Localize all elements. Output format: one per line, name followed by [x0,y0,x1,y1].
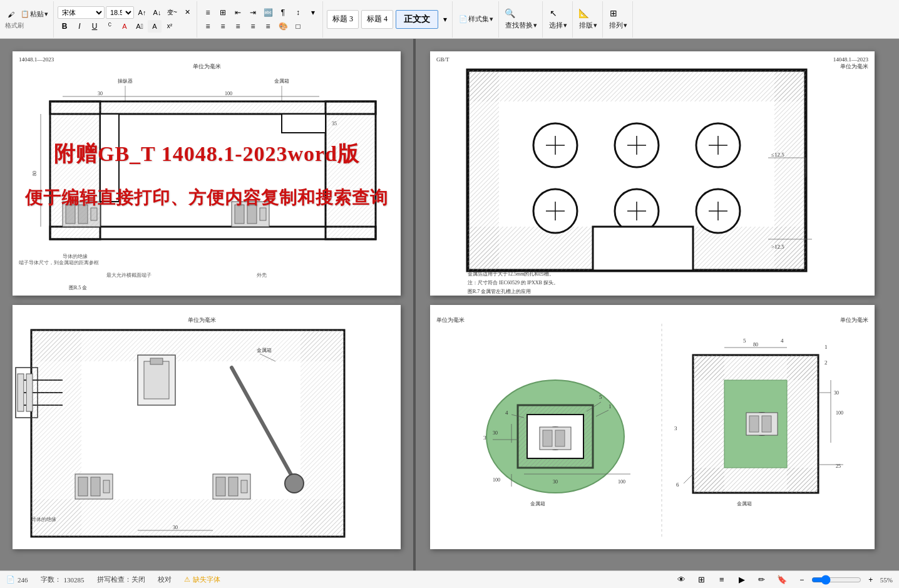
svg-text:80: 80 [753,342,758,348]
outline-view-icon[interactable]: ≡ [715,574,729,586]
svg-text:金属箱: 金属箱 [257,348,272,353]
find-replace-button[interactable]: 查找替换▾ [503,19,540,31]
svg-text:导体的绝缘: 导体的绝缘 [31,517,56,522]
svg-text:导体的绝缘: 导体的绝缘 [63,254,88,259]
svg-rect-60 [229,477,238,496]
pen-icon[interactable]: ✏ [755,574,769,586]
clear-format-button[interactable]: ✕ [180,6,194,19]
bookmark-icon[interactable]: 🔖 [775,574,789,586]
heading3-button[interactable]: 标题 3 [327,10,359,29]
superscript-button[interactable]: x² [163,20,177,33]
svg-rect-138 [762,416,771,432]
layout-button[interactable]: 排版▾ [577,19,600,31]
font-family-select[interactable]: 宋体 [58,6,105,19]
italic-button[interactable]: I [73,20,86,33]
font-color-button[interactable]: A [118,20,131,33]
font-size-decrease-button[interactable]: A↓ [150,6,164,19]
select-button[interactable]: 选择▾ [547,19,570,31]
svg-text:金属箱: 金属箱 [274,78,289,84]
word-count-label: 字数： [41,575,61,584]
svg-rect-59 [216,477,225,496]
align-left-button[interactable]: ≡ [201,20,215,33]
svg-rect-49 [150,358,163,364]
left-bottom-page: 单位为毫米 [13,305,401,549]
arrange-button[interactable]: 排列▾ [607,19,630,31]
svg-rect-71 [774,70,806,271]
svg-text:100: 100 [225,91,232,96]
zoom-out-button[interactable]: − [795,574,809,586]
char-shading-button[interactable]: A [148,20,162,33]
sort-button[interactable]: 🔤 [261,6,275,19]
svg-text:30: 30 [98,91,103,96]
missing-font-item[interactable]: ⚠ 缺失字体 [184,575,220,584]
paste-button[interactable]: 📋 粘贴▾ [18,8,51,20]
zoom-level: 55% [880,576,893,584]
svg-text:4: 4 [505,410,508,416]
border-button[interactable]: □ [291,20,305,33]
justify-button[interactable]: ≡ [246,20,260,33]
layout-view-icon[interactable]: ⊞ [695,574,709,586]
svg-text:操纵器: 操纵器 [118,78,133,84]
strikethrough-button[interactable]: ꟲ [103,20,116,33]
font-size-increase-button[interactable]: A↑ [135,6,149,19]
highlight-button[interactable]: A⃝ [133,20,146,33]
missing-font-label: 缺失字体 [193,575,220,584]
line-spacing-button[interactable]: ↕ [291,6,305,19]
paste-icon: 📋 [21,10,29,18]
document-area: 14048.1—2023 单位为毫米 操纵器 金属箱 30 100 [0,39,899,570]
arrange-icon[interactable]: ⊞ [607,7,620,19]
distributed-button[interactable]: ≡ [261,20,275,33]
read-view-icon[interactable]: 👁 [675,574,689,586]
svg-rect-23 [100,101,326,114]
svg-rect-133 [693,468,818,493]
style-set-button[interactable]: 📄 样式集▾ [456,13,496,25]
svg-text:35: 35 [332,121,337,126]
format-brush-button[interactable]: 🖌 [5,9,17,19]
align-center-button[interactable]: ≡ [216,20,230,33]
svg-text:30: 30 [173,525,178,530]
spell-check-label: 拼写检查：关闭 [97,575,145,584]
select-icon[interactable]: ↖ [547,7,560,19]
format-brush-label: 格式刷 [5,21,24,30]
search-icon-button[interactable]: 🔍 [503,7,516,19]
svg-text:80: 80 [32,171,38,176]
main-toolbar: 🖌 📋 粘贴▾ 格式刷 宋体 18.5 A↑ A↓ 变~ ✕ B I [0,0,899,39]
svg-rect-19 [260,208,266,220]
heading4-button[interactable]: 标题 4 [361,10,393,29]
svg-rect-46 [31,499,344,537]
indent-button[interactable]: ⇥ [246,6,260,19]
list-number-button[interactable]: ⊞ [216,6,230,19]
svg-text:100: 100 [493,477,500,483]
zoom-in-button[interactable]: + [864,574,878,586]
proofread-item[interactable]: 校对 [158,575,172,584]
right-page-column: GB/T 14048.1—2023 单位为毫米 [416,39,889,570]
svg-line-50 [232,368,294,480]
layout-icon[interactable]: 📐 [577,7,590,19]
shading-button[interactable]: 🎨 [276,20,290,33]
svg-line-148 [684,474,693,483]
show-marks-button[interactable]: ¶ [276,6,290,19]
svg-text:5: 5 [743,338,746,344]
svg-text:注：尺寸符合 IEC60529 的 IPXXB 探头。: 注：尺寸符合 IEC60529 的 IPXXB 探头。 [468,280,558,286]
change-case-button[interactable]: 变~ [165,6,179,19]
layout-group: 📐 排版▾ [574,1,603,38]
more-paragraph-button[interactable]: ▾ [306,6,320,19]
svg-text:图R.5  金: 图R.5 金 [69,285,87,291]
svg-text:25: 25 [836,463,841,469]
zoom-slider[interactable] [811,575,861,585]
styles-expand-button[interactable]: ▾ [441,13,450,26]
bold-button[interactable]: B [58,20,71,33]
underline-button[interactable]: U [88,20,101,33]
svg-rect-61 [241,480,247,493]
spell-check-item[interactable]: 拼写检查：关闭 [97,575,145,584]
outdent-button[interactable]: ⇤ [231,6,245,19]
play-icon[interactable]: ▶ [735,574,749,586]
svg-text:4: 4 [781,338,784,344]
body-text-button[interactable]: 正文文 [396,10,438,29]
list-bullet-button[interactable]: ≡ [201,6,215,19]
align-right-button[interactable]: ≡ [231,20,245,33]
style-set-group: 📄 样式集▾ [454,1,499,38]
page-number-item: 📄 246 [6,575,28,584]
font-size-select[interactable]: 18.5 [106,6,134,19]
find-group: 🔍 查找替换▾ [500,1,543,38]
